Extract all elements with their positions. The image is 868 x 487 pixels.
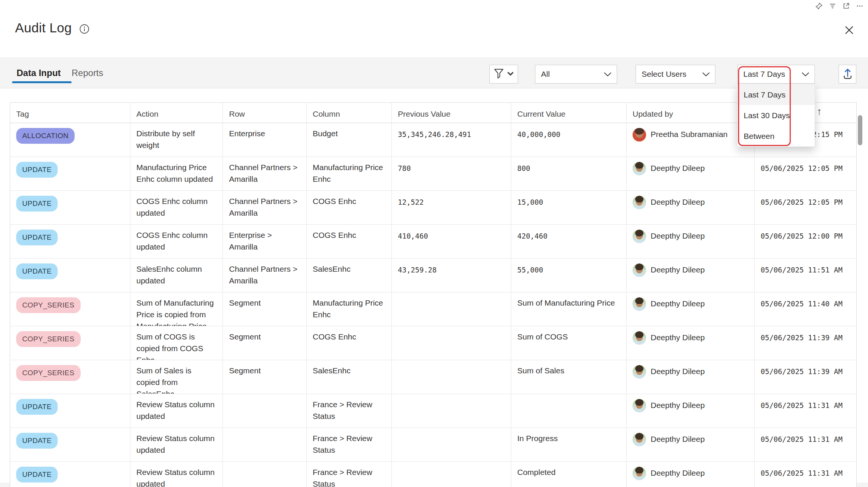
previous-value-cell: 12,522 bbox=[392, 191, 511, 224]
action-cell: Sum of COGS is copied from COGS Enhc bbox=[130, 326, 223, 360]
column-cell: COGS Enhc bbox=[307, 225, 392, 258]
export-button[interactable] bbox=[839, 65, 856, 84]
current-value-cell: 420,460 bbox=[511, 225, 627, 258]
action-cell: Review Status column updated bbox=[130, 462, 223, 487]
timestamp-cell: 05/06/2025 12:05 PM bbox=[755, 157, 856, 190]
export-icon bbox=[842, 67, 853, 81]
column-cell: France > Review Status bbox=[307, 462, 392, 487]
table-row: COPY_SERIESSum of Sales is copied from S… bbox=[10, 360, 856, 394]
timestamp-cell: 05/06/2025 11:39 AM bbox=[755, 326, 856, 360]
column-header[interactable]: Tag bbox=[10, 103, 130, 123]
menu-item-between[interactable]: Between bbox=[738, 126, 815, 146]
row-cell bbox=[223, 462, 307, 487]
tag-cell: UPDATE bbox=[10, 225, 130, 258]
tab-data-input[interactable]: Data Input bbox=[17, 68, 61, 78]
avatar bbox=[633, 331, 646, 345]
page-title: Audit Log bbox=[15, 20, 72, 35]
avatar bbox=[633, 263, 646, 277]
row-cell: Segment bbox=[223, 292, 307, 326]
category-dropdown[interactable]: All bbox=[535, 65, 617, 84]
action-cell: COGS Enhc column updated bbox=[130, 191, 223, 224]
action-cell: Manufacturing Price Enhc column updated bbox=[130, 157, 223, 190]
previous-value-cell bbox=[392, 360, 511, 394]
audit-table: TagActionRowColumnPrevious ValueCurrent … bbox=[10, 102, 857, 487]
vertical-scrollbar[interactable] bbox=[858, 115, 862, 145]
menu-item-last-7-days[interactable]: Last 7 Days bbox=[738, 84, 815, 105]
column-header[interactable]: Updated by bbox=[627, 103, 755, 123]
menu-item-last-30-days[interactable]: Last 30 Days bbox=[738, 105, 815, 126]
user-name: Preetha Subramanian bbox=[651, 127, 727, 142]
table-row: UPDATEReview Status column updatedFrance… bbox=[10, 462, 856, 487]
close-icon[interactable] bbox=[842, 23, 856, 38]
visual-header-icons bbox=[815, 2, 863, 10]
timestamp-cell: 05/06/2025 11:39 AM bbox=[755, 360, 856, 394]
column-header[interactable]: Current Value bbox=[511, 103, 627, 123]
current-value-cell: Completed bbox=[511, 462, 627, 487]
row-cell: Channel Partners > Amarilla bbox=[223, 191, 307, 224]
user-name: Deepthy Dileep bbox=[651, 364, 705, 379]
row-cell: Segment bbox=[223, 326, 307, 360]
updated-by-cell: Deepthy Dileep bbox=[627, 225, 755, 258]
table-header-row: TagActionRowColumnPrevious ValueCurrent … bbox=[10, 103, 856, 123]
tag-badge: COPY_SERIES bbox=[16, 297, 81, 313]
row-cell: Enterprise > Amarilla bbox=[223, 225, 307, 258]
table-row: UPDATEManufacturing Price Enhc column up… bbox=[10, 157, 856, 191]
more-options-icon[interactable] bbox=[856, 2, 863, 10]
row-cell bbox=[223, 394, 307, 428]
current-value-cell: Sum of Manufacturing Price bbox=[511, 292, 627, 326]
previous-value-cell: 410,460 bbox=[392, 225, 511, 258]
chevron-down-icon bbox=[604, 72, 617, 77]
tag-cell: ALLOCATION bbox=[10, 123, 130, 157]
tag-badge: UPDATE bbox=[16, 433, 58, 449]
avatar bbox=[633, 365, 646, 379]
sort-ascending-icon[interactable]: ↑ bbox=[817, 106, 822, 117]
tag-cell: UPDATE bbox=[10, 394, 130, 428]
timestamp-cell: 05/06/2025 11:31 AM bbox=[755, 394, 856, 428]
current-value-cell: 40,000,000 bbox=[511, 123, 627, 157]
table-row: UPDATECOGS Enhc column updatedEnterprise… bbox=[10, 225, 856, 259]
focus-mode-icon[interactable] bbox=[842, 2, 850, 10]
users-dropdown-value: Select Users bbox=[636, 70, 702, 79]
timestamp-cell: 05/06/2025 11:40 AM bbox=[755, 292, 856, 326]
info-icon[interactable] bbox=[79, 24, 90, 36]
tag-badge: ALLOCATION bbox=[16, 128, 75, 144]
updated-by-cell: Deepthy Dileep bbox=[627, 292, 755, 326]
user-name: Deepthy Dileep bbox=[651, 432, 705, 446]
action-cell: SalesEnhc column updated bbox=[130, 259, 223, 292]
current-value-cell: 55,000 bbox=[511, 259, 627, 292]
column-header[interactable]: Row bbox=[223, 103, 307, 123]
column-cell: SalesEnhc bbox=[307, 360, 392, 394]
filter-icon[interactable] bbox=[829, 2, 836, 10]
date-range-dropdown[interactable]: Last 7 Days bbox=[737, 65, 815, 84]
funnel-icon bbox=[494, 68, 504, 80]
tab-data-input-label: Data Input bbox=[17, 68, 61, 78]
column-cell: COGS Enhc bbox=[307, 326, 392, 360]
column-cell: France > Review Status bbox=[307, 428, 392, 461]
tag-cell: COPY_SERIES bbox=[10, 360, 130, 394]
tag-cell: UPDATE bbox=[10, 157, 130, 190]
column-header[interactable]: Column bbox=[307, 103, 392, 123]
pin-icon[interactable] bbox=[815, 2, 823, 10]
column-header[interactable]: Previous Value bbox=[392, 103, 511, 123]
column-header[interactable]: Action bbox=[130, 103, 223, 123]
filter-menu-button[interactable] bbox=[489, 65, 518, 84]
table-row: COPY_SERIESSum of COGS is copied from CO… bbox=[10, 326, 856, 360]
tag-badge: COPY_SERIES bbox=[16, 331, 81, 347]
updated-by-cell: Deepthy Dileep bbox=[627, 326, 755, 360]
previous-value-cell bbox=[392, 462, 511, 487]
column-cell: SalesEnhc bbox=[307, 259, 392, 292]
table-row: COPY_SERIESSum of Manufacturing Price is… bbox=[10, 292, 856, 326]
chevron-down-icon bbox=[801, 72, 815, 77]
previous-value-cell: 780 bbox=[392, 157, 511, 190]
tab-reports[interactable]: Reports bbox=[72, 68, 103, 78]
current-value-cell: Sum of Sales bbox=[511, 360, 627, 394]
tag-badge: UPDATE bbox=[16, 399, 58, 415]
tag-badge: UPDATE bbox=[16, 230, 58, 245]
tag-badge: UPDATE bbox=[16, 467, 58, 482]
users-dropdown[interactable]: Select Users bbox=[636, 65, 715, 84]
timestamp-cell: 05/06/2025 11:31 AM bbox=[755, 428, 856, 461]
previous-value-cell bbox=[392, 428, 511, 461]
updated-by-cell: Deepthy Dileep bbox=[627, 191, 755, 224]
user-name: Deepthy Dileep bbox=[651, 263, 705, 277]
tag-badge: UPDATE bbox=[16, 263, 58, 279]
